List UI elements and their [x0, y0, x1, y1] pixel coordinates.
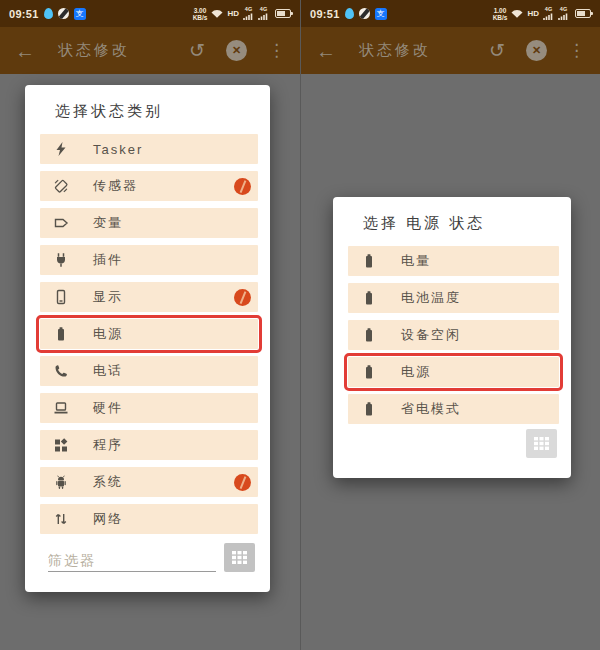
list-item-tasker[interactable]: Tasker [40, 134, 258, 164]
list-item-power[interactable]: 电源 [348, 357, 559, 387]
hd-call-icon: HD [527, 9, 539, 18]
list-item-label: 传感器 [93, 177, 138, 195]
notification-circle-icon [359, 8, 370, 19]
alipay-icon: 支 [74, 8, 86, 20]
category-list: Tasker 传感器 变量 插件 [25, 134, 270, 534]
network-speed: 3.00 KB/s [193, 7, 208, 21]
wifi-icon [211, 9, 223, 18]
toolbar-title: 状态修改 [359, 41, 431, 60]
display-phone-icon [53, 289, 69, 305]
undo-icon[interactable]: ↺ [489, 41, 505, 60]
list-item-label: 变量 [93, 214, 123, 232]
screenshot-stage: 09:51 支 3.00 KB/s HD 4G 4G [0, 0, 600, 650]
dimmed-scrim: 选择 电源 状态 电量 电池温度 设备空闲 [301, 74, 600, 650]
list-item-label: 硬件 [93, 399, 123, 417]
speed-value: 3.00 [194, 7, 207, 14]
android-icon [53, 474, 69, 490]
dialpad-icon[interactable] [224, 543, 255, 572]
list-item-display[interactable]: 显示 [40, 282, 258, 312]
notification-drop-icon [345, 8, 354, 19]
dialpad-icon[interactable] [526, 429, 557, 458]
notification-drop-icon [44, 8, 53, 19]
new-indicator-badge [234, 289, 251, 306]
list-item-sensor[interactable]: 传感器 [40, 171, 258, 201]
list-item-label: 显示 [93, 288, 123, 306]
list-item-label: 电源 [401, 363, 431, 381]
dialog-title: 选择 电源 状态 [333, 197, 571, 246]
app-toolbar: ← 状态修改 ↺ ✕ ⋮ [0, 27, 300, 74]
status-left-cluster: 09:51 支 [310, 8, 387, 20]
status-bar: 09:51 支 3.00 KB/s HD 4G 4G [0, 0, 300, 27]
power-state-dialog: 选择 电源 状态 电量 电池温度 设备空闲 [333, 197, 571, 478]
signal-sim1-icon: 4G [243, 7, 254, 20]
back-arrow-icon[interactable]: ← [15, 41, 35, 61]
sensor-icon [53, 178, 69, 194]
clock: 09:51 [9, 8, 39, 20]
battery-icon [361, 364, 377, 380]
list-item-device-idle[interactable]: 设备空闲 [348, 320, 559, 350]
list-item-variable[interactable]: 变量 [40, 208, 258, 238]
toolbar-actions: ↺ ✕ ⋮ [189, 40, 285, 61]
list-item-network[interactable]: 网络 [40, 504, 258, 534]
screen-right: 09:51 支 1.00 KB/s HD 4G 4G [300, 0, 600, 650]
status-left-cluster: 09:51 支 [9, 8, 86, 20]
state-category-dialog: 选择状态类别 Tasker 传感器 变量 [25, 85, 270, 592]
dimmed-scrim: 选择状态类别 Tasker 传感器 变量 [0, 74, 300, 650]
power-state-list: 电量 电池温度 设备空闲 电源 [333, 246, 571, 424]
new-indicator-badge [234, 178, 251, 195]
list-item-app[interactable]: 程序 [40, 430, 258, 460]
back-arrow-icon[interactable]: ← [316, 41, 336, 61]
toolbar-title: 状态修改 [58, 41, 130, 60]
battery-icon [361, 253, 377, 269]
undo-icon[interactable]: ↺ [189, 41, 205, 60]
close-circle-icon[interactable]: ✕ [526, 40, 547, 61]
laptop-icon [53, 400, 69, 416]
close-circle-icon[interactable]: ✕ [226, 40, 247, 61]
network-arrows-icon [53, 511, 69, 527]
status-right-cluster: 3.00 KB/s HD 4G 4G [193, 7, 291, 21]
overflow-menu-icon[interactable]: ⋮ [568, 42, 585, 59]
list-item-label: 省电模式 [401, 400, 461, 418]
list-item-plugin[interactable]: 插件 [40, 245, 258, 275]
screen-left: 09:51 支 3.00 KB/s HD 4G 4G [0, 0, 300, 650]
speed-unit: KB/s [193, 14, 208, 21]
list-item-label: 程序 [93, 436, 123, 454]
list-item-phone[interactable]: 电话 [40, 356, 258, 386]
plug-icon [53, 252, 69, 268]
list-item-label: 电量 [401, 252, 431, 270]
battery-status-icon [275, 9, 291, 18]
battery-icon [361, 401, 377, 417]
list-item-label: 电源 [93, 325, 123, 343]
new-indicator-badge [234, 474, 251, 491]
filter-bar [48, 543, 255, 572]
list-item-battery-saver[interactable]: 省电模式 [348, 394, 559, 424]
list-item-label: 网络 [93, 510, 123, 528]
app-toolbar: ← 状态修改 ↺ ✕ ⋮ [301, 27, 600, 74]
variable-tag-icon [53, 215, 69, 231]
overflow-menu-icon[interactable]: ⋮ [268, 42, 285, 59]
wifi-icon [511, 9, 523, 18]
list-item-label: 设备空闲 [401, 326, 461, 344]
network-speed: 1.00 KB/s [493, 7, 508, 21]
lightning-icon [53, 141, 69, 157]
clock: 09:51 [310, 8, 340, 20]
list-item-hardware[interactable]: 硬件 [40, 393, 258, 423]
status-bar: 09:51 支 1.00 KB/s HD 4G 4G [301, 0, 600, 27]
signal-sim2-icon: 4G [558, 7, 569, 20]
list-item-system[interactable]: 系统 [40, 467, 258, 497]
apps-grid-icon [53, 437, 69, 453]
status-right-cluster: 1.00 KB/s HD 4G 4G [493, 7, 591, 21]
list-item-label: 插件 [93, 251, 123, 269]
dialog-title: 选择状态类别 [25, 85, 270, 134]
filter-input[interactable] [48, 549, 216, 572]
hd-call-icon: HD [227, 9, 239, 18]
list-item-label: 电池温度 [401, 289, 461, 307]
list-item-battery-level[interactable]: 电量 [348, 246, 559, 276]
battery-status-icon [575, 9, 591, 18]
signal-sim1-icon: 4G [543, 7, 554, 20]
list-item-battery-temperature[interactable]: 电池温度 [348, 283, 559, 313]
phone-handset-icon [53, 363, 69, 379]
notification-circle-icon [58, 8, 69, 19]
list-item-power[interactable]: 电源 [40, 319, 258, 349]
speed-unit: KB/s [493, 14, 508, 21]
